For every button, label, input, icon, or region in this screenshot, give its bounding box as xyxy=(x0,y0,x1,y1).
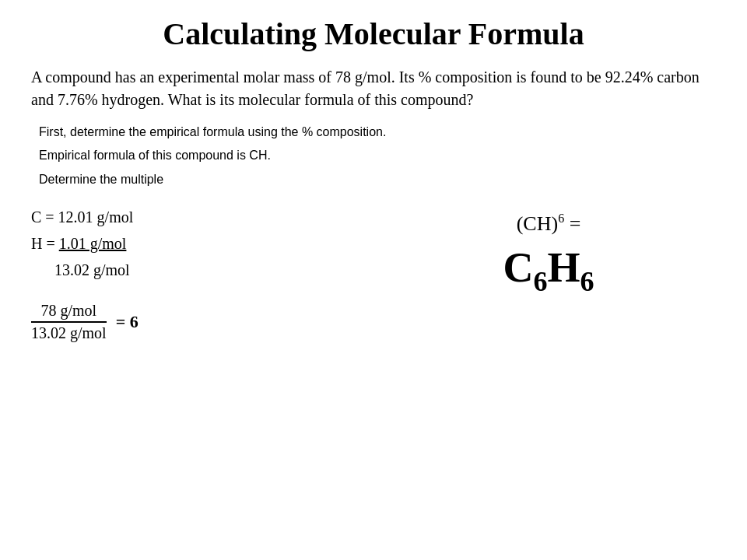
division-fraction: 78 g/mol 13.02 g/mol xyxy=(31,302,107,342)
fraction-numerator: 78 g/mol xyxy=(31,302,107,323)
hydrogen-line: H = 1.01 g/mol xyxy=(31,230,366,257)
step2-text: Empirical formula of this compound is CH… xyxy=(39,147,716,164)
problem-text: A compound has an experimental molar mas… xyxy=(31,66,716,111)
fraction-denominator: 13.02 g/mol xyxy=(31,324,107,342)
fraction-block: 78 g/mol 13.02 g/mol = 6 xyxy=(31,302,366,342)
ch-equals: = xyxy=(570,212,581,235)
h-subscript: 6 xyxy=(580,266,594,297)
h-value: 1.01 g/mol xyxy=(59,230,127,257)
carbon-line: C = 12.01 g/mol xyxy=(31,204,366,230)
content-row: C = 12.01 g/mol H = 1.01 g/mol 13.02 g/m… xyxy=(31,204,716,342)
step1-text: First, determine the empirical formula u… xyxy=(39,124,716,141)
molar-mass-block: C = 12.01 g/mol H = 1.01 g/mol 13.02 g/m… xyxy=(31,204,366,283)
ch-subscript: 6 xyxy=(558,212,564,225)
page-title: Calculating Molecular Formula xyxy=(31,16,716,52)
ch-formula-line: (CH)6 = xyxy=(517,212,581,236)
right-column: (CH)6 = C6H6 xyxy=(381,204,716,297)
molecular-formula: C6H6 xyxy=(503,243,594,298)
left-column: C = 12.01 g/mol H = 1.01 g/mol 13.02 g/m… xyxy=(31,204,381,342)
sum-line: 13.02 g/mol xyxy=(54,257,366,283)
c-subscript: 6 xyxy=(533,266,547,297)
page: Calculating Molecular Formula A compound… xyxy=(0,0,747,560)
equals-six: = 6 xyxy=(116,312,139,332)
step3-text: Determine the multiple xyxy=(39,171,716,188)
ch-base: (CH)6 = xyxy=(517,212,581,235)
